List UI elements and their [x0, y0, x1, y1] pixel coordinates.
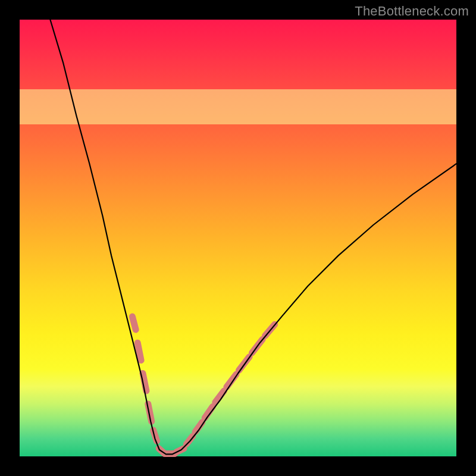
- main-curve: [50, 20, 456, 454]
- dash-segment: [227, 374, 236, 387]
- watermark-text: TheBottleneck.com: [355, 4, 469, 19]
- dash-segment: [132, 317, 136, 330]
- curve-layer: [20, 20, 456, 456]
- outer-frame: TheBottleneck.com: [0, 0, 476, 476]
- dash-segment: [137, 343, 141, 360]
